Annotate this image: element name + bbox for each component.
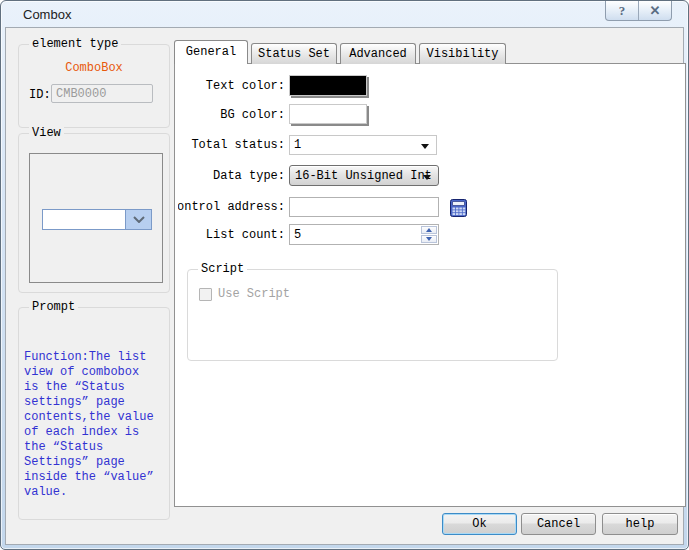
data-type-label: Data type: (213, 169, 285, 183)
element-type-group: element type ComboBox ID: (18, 44, 170, 128)
view-group: View (18, 133, 170, 293)
tab-advanced[interactable]: Advanced (340, 43, 416, 64)
data-type-value: 16-Bit Unsigned Int (295, 169, 432, 183)
ok-button[interactable]: Ok (442, 513, 517, 535)
use-script-label: Use Script (218, 287, 290, 301)
script-group: Script Use Script (187, 269, 558, 361)
help-footer-button[interactable]: help (602, 513, 678, 535)
arrow-up-icon (426, 228, 432, 232)
tab-visibility-label: Visibility (426, 47, 498, 61)
chevron-down-icon (133, 216, 145, 223)
address-keypad-button[interactable] (449, 199, 468, 217)
tab-general-label: General (186, 45, 236, 59)
bg-color-swatch[interactable] (289, 104, 367, 124)
id-label: ID: (29, 88, 51, 102)
bg-color-label: BG color: (220, 108, 285, 122)
text-color-swatch[interactable] (289, 75, 367, 96)
tab-visibility[interactable]: Visibility (419, 43, 506, 64)
caption-buttons: ? ✕ (605, 1, 672, 21)
tab-advanced-label: Advanced (349, 47, 407, 61)
total-status-combobox[interactable]: 1 (289, 135, 437, 155)
list-count-field[interactable]: 5 (289, 224, 439, 245)
cancel-button[interactable]: Cancel (521, 513, 596, 535)
dropdown-arrow-icon (423, 175, 431, 180)
combobox-preview-field (43, 210, 125, 229)
list-count-stepper (421, 226, 437, 243)
window-title: Combox (23, 7, 71, 22)
view-group-title: View (29, 126, 64, 141)
arrow-down-icon (426, 237, 432, 241)
element-type-group-title: element type (29, 37, 121, 52)
dropdown-arrow-icon (421, 144, 429, 149)
total-status-label: Total status: (191, 138, 285, 152)
close-icon: ✕ (650, 3, 661, 19)
prompt-group-title: Prompt (29, 300, 78, 315)
combobox-preview (42, 209, 152, 230)
id-input (51, 84, 153, 103)
list-count-value: 5 (294, 228, 301, 242)
tab-general[interactable]: General (174, 40, 248, 64)
calculator-icon (449, 199, 468, 217)
control-address-label: Control address: (178, 200, 285, 214)
dialog-window: Combox ? ✕ element type ComboBox ID: Vie… (0, 0, 689, 550)
list-count-label: List count: (206, 228, 285, 242)
prompt-text: Function:The list view of combobox is th… (24, 350, 168, 500)
script-group-title: Script (198, 262, 247, 277)
element-type-value: ComboBox (19, 61, 169, 75)
close-button[interactable]: ✕ (638, 1, 671, 20)
combobox-preview-dropdown (125, 210, 151, 229)
spin-up-button[interactable] (421, 226, 437, 234)
tab-status-set[interactable]: Status Set (251, 43, 337, 64)
titlebar[interactable]: Combox ? ✕ (1, 1, 688, 27)
dialog-content: element type ComboBox ID: View (5, 27, 684, 545)
control-address-input[interactable] (289, 197, 439, 217)
spin-down-button[interactable] (421, 235, 437, 243)
question-icon: ? (619, 3, 626, 19)
data-type-combobox[interactable]: 16-Bit Unsigned Int (289, 165, 439, 186)
use-script-checkbox (199, 288, 212, 301)
prompt-group: Prompt Function:The list view of combobo… (18, 307, 170, 520)
tab-status-set-label: Status Set (258, 47, 330, 61)
total-status-value: 1 (294, 138, 301, 152)
text-color-label: Text color: (206, 79, 285, 93)
element-preview-box (29, 153, 163, 283)
help-button[interactable]: ? (606, 1, 638, 20)
